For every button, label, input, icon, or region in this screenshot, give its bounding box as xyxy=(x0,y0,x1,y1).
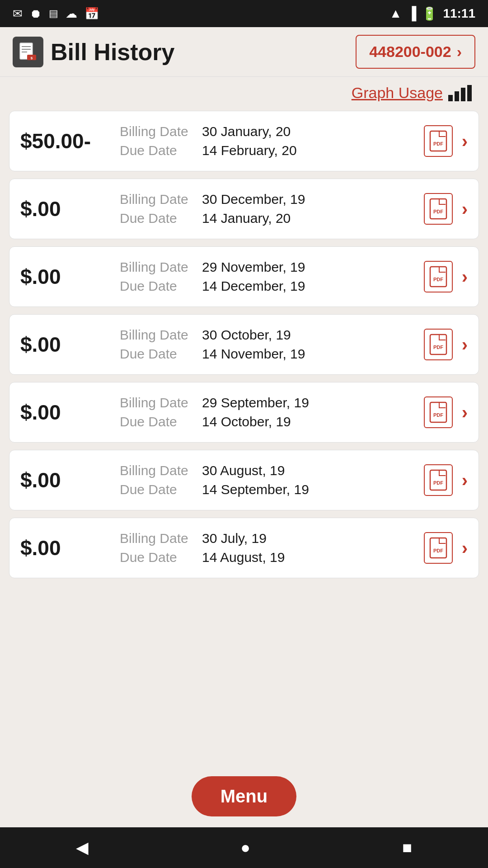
due-date-value: 14 November, 19 xyxy=(202,346,305,362)
due-date-row: Due Date 14 October, 19 xyxy=(120,414,424,429)
bill-card[interactable]: $.00 Billing Date 29 September, 19 Due D… xyxy=(9,382,479,443)
bill-chevron-icon[interactable]: › xyxy=(462,335,468,355)
pdf-icon[interactable]: PDF xyxy=(424,329,453,360)
due-date-row: Due Date 14 December, 19 xyxy=(120,278,424,294)
svg-text:PDF: PDF xyxy=(433,277,443,282)
wifi-icon: ▲ xyxy=(389,6,402,21)
due-date-value: 14 October, 19 xyxy=(202,414,291,429)
pdf-svg: PDF xyxy=(429,130,447,152)
pdf-svg: PDF xyxy=(429,469,447,491)
bill-amount: $.00 xyxy=(20,536,120,560)
bill-card[interactable]: $50.00- Billing Date 30 January, 20 Due … xyxy=(9,111,479,171)
pdf-icon[interactable]: PDF xyxy=(424,532,453,564)
graph-usage-link[interactable]: Graph Usage xyxy=(352,84,472,102)
status-bar-right: ▲ ▐ 🔋 11:11 xyxy=(389,6,475,21)
svg-text:PDF: PDF xyxy=(433,412,443,418)
due-date-value: 14 December, 19 xyxy=(202,278,305,294)
billing-date-row: Billing Date 30 July, 19 xyxy=(120,531,424,546)
bill-chevron-icon[interactable]: › xyxy=(462,131,468,151)
due-date-label: Due Date xyxy=(120,414,197,429)
bills-list: $50.00- Billing Date 30 January, 20 Due … xyxy=(0,105,488,767)
bill-chevron-icon[interactable]: › xyxy=(462,199,468,219)
pdf-icon[interactable]: PDF xyxy=(424,464,453,496)
due-date-row: Due Date 14 August, 19 xyxy=(120,550,424,565)
billing-date-value: 30 August, 19 xyxy=(202,463,285,478)
bill-actions: PDF › xyxy=(424,532,468,564)
graph-usage-bar: Graph Usage xyxy=(0,77,488,105)
bill-card[interactable]: $.00 Billing Date 30 August, 19 Due Date… xyxy=(9,450,479,510)
graph-usage-label: Graph Usage xyxy=(352,84,443,102)
bill-icon: $ xyxy=(18,42,38,62)
pdf-icon[interactable]: PDF xyxy=(424,125,453,157)
bill-card[interactable]: $.00 Billing Date 30 December, 19 Due Da… xyxy=(9,179,479,239)
billing-date-label: Billing Date xyxy=(120,327,197,343)
svg-text:PDF: PDF xyxy=(433,141,443,146)
pdf-icon[interactable]: PDF xyxy=(424,396,453,428)
bill-chevron-icon[interactable]: › xyxy=(462,267,468,287)
pdf-icon[interactable]: PDF xyxy=(424,261,453,292)
svg-text:$: $ xyxy=(31,56,33,60)
due-date-value: 14 February, 20 xyxy=(202,143,297,158)
bill-card[interactable]: $.00 Billing Date 29 November, 19 Due Da… xyxy=(9,246,479,307)
mail-icon: ✉ xyxy=(13,7,23,21)
status-bar-left: ✉ ⏺ ▤ ☁ 📅 xyxy=(13,7,99,21)
bill-dates: Billing Date 30 December, 19 Due Date 14… xyxy=(120,192,424,226)
account-number: 448200-002 xyxy=(369,43,451,61)
bill-actions: PDF › xyxy=(424,125,468,157)
pdf-svg: PDF xyxy=(429,266,447,288)
due-date-row: Due Date 14 February, 20 xyxy=(120,143,424,158)
billing-date-row: Billing Date 30 October, 19 xyxy=(120,327,424,343)
status-bar: ✉ ⏺ ▤ ☁ 📅 ▲ ▐ 🔋 11:11 xyxy=(0,0,488,27)
bill-actions: PDF › xyxy=(424,396,468,428)
billing-date-label: Billing Date xyxy=(120,259,197,275)
due-date-value: 14 August, 19 xyxy=(202,550,285,565)
account-button[interactable]: 448200-002 › xyxy=(356,35,475,69)
bill-chevron-icon[interactable]: › xyxy=(462,470,468,491)
bill-chevron-icon[interactable]: › xyxy=(462,402,468,423)
billing-date-label: Billing Date xyxy=(120,124,197,139)
recent-button[interactable]: ■ xyxy=(384,834,430,862)
bill-actions: PDF › xyxy=(424,464,468,496)
bill-amount: $.00 xyxy=(20,468,120,492)
pdf-svg: PDF xyxy=(429,334,447,355)
due-date-label: Due Date xyxy=(120,550,197,565)
billing-date-value: 30 July, 19 xyxy=(202,531,267,546)
bill-actions: PDF › xyxy=(424,193,468,225)
home-button[interactable]: ● xyxy=(222,834,268,862)
due-date-label: Due Date xyxy=(120,278,197,294)
calendar-icon: 📅 xyxy=(84,7,99,21)
record-icon: ⏺ xyxy=(30,7,42,21)
bill-amount: $.00 xyxy=(20,332,120,357)
bill-dates: Billing Date 29 November, 19 Due Date 14… xyxy=(120,259,424,294)
bill-actions: PDF › xyxy=(424,261,468,292)
svg-text:PDF: PDF xyxy=(433,480,443,486)
battery-icon: 🔋 xyxy=(422,6,437,21)
pdf-icon[interactable]: PDF xyxy=(424,193,453,225)
bill-dates: Billing Date 30 January, 20 Due Date 14 … xyxy=(120,124,424,158)
billing-date-label: Billing Date xyxy=(120,463,197,478)
bar-chart-icon xyxy=(448,85,472,101)
due-date-value: 14 January, 20 xyxy=(202,211,291,226)
billing-date-value: 29 September, 19 xyxy=(202,395,309,410)
bill-dates: Billing Date 30 July, 19 Due Date 14 Aug… xyxy=(120,531,424,565)
billing-date-label: Billing Date xyxy=(120,531,197,546)
billing-date-value: 30 October, 19 xyxy=(202,327,291,343)
bill-card[interactable]: $.00 Billing Date 30 July, 19 Due Date 1… xyxy=(9,518,479,578)
svg-text:PDF: PDF xyxy=(433,344,443,350)
header-left: $ Bill History xyxy=(13,37,175,67)
due-date-label: Due Date xyxy=(120,482,197,497)
pdf-svg: PDF xyxy=(429,198,447,220)
bill-chevron-icon[interactable]: › xyxy=(462,538,468,558)
bill-amount: $.00 xyxy=(20,197,120,221)
billing-date-value: 29 November, 19 xyxy=(202,259,305,275)
due-date-row: Due Date 14 November, 19 xyxy=(120,346,424,362)
account-chevron-icon: › xyxy=(457,43,462,61)
menu-button[interactable]: Menu xyxy=(192,776,296,816)
page-title: Bill History xyxy=(51,38,175,66)
billing-date-value: 30 January, 20 xyxy=(202,124,291,139)
bottom-nav: ◀ ● ■ xyxy=(0,827,488,868)
back-button[interactable]: ◀ xyxy=(58,834,107,862)
bill-card[interactable]: $.00 Billing Date 30 October, 19 Due Dat… xyxy=(9,314,479,375)
bill-actions: PDF › xyxy=(424,329,468,360)
due-date-label: Due Date xyxy=(120,346,197,362)
